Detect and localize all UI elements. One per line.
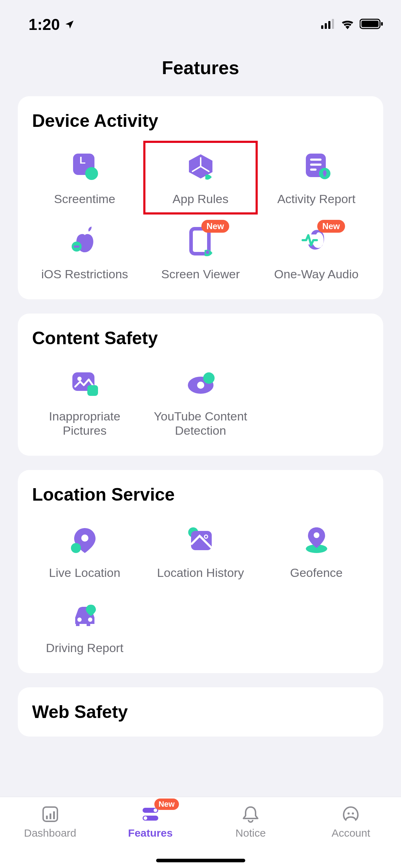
feature-location-history[interactable]: Location History (144, 516, 257, 587)
feature-screentime[interactable]: L Screentime (29, 142, 141, 213)
svg-rect-2 (328, 21, 330, 29)
inappropriate-pictures-icon (67, 366, 103, 402)
svg-rect-6 (381, 22, 383, 26)
wifi-icon (340, 19, 355, 31)
feature-label: Inappropriate Pictures (35, 409, 135, 438)
svg-point-27 (71, 543, 81, 553)
new-badge: New (317, 220, 345, 233)
svg-point-45 (352, 812, 354, 815)
dashboard-icon (40, 804, 60, 824)
page-title: Features (0, 57, 401, 78)
tab-account[interactable]: Account (315, 804, 386, 839)
feature-label: Screen Viewer (161, 267, 240, 281)
feature-label: Activity Report (277, 192, 355, 206)
notice-icon (241, 804, 261, 824)
svg-point-35 (88, 618, 92, 622)
section-title-web-safety: Web Safety (32, 702, 372, 722)
account-icon (341, 804, 361, 824)
feature-activity-report[interactable]: Activity Report (260, 142, 372, 213)
status-time-wrap: 1:20 (29, 16, 75, 33)
svg-rect-5 (361, 21, 379, 27)
new-badge: New (154, 799, 179, 810)
feature-label: App Rules (173, 192, 228, 206)
location-service-grid: Live Location Location History Geofence … (29, 516, 372, 662)
section-location-service: Location Service Live Location Location … (18, 470, 383, 673)
svg-rect-17 (74, 246, 79, 248)
feature-one-way-audio[interactable]: New One-Way Audio (260, 217, 372, 289)
section-title-location-service: Location Service (32, 484, 372, 505)
tab-dashboard[interactable]: Dashboard (15, 804, 86, 839)
battery-icon (360, 18, 383, 31)
new-badge: New (201, 220, 229, 233)
tab-label: Dashboard (24, 827, 76, 839)
svg-point-25 (203, 372, 215, 384)
feature-driving-report[interactable]: Driving Report (29, 591, 141, 662)
feature-label: Driving Report (46, 641, 123, 655)
screentime-icon: L (67, 149, 103, 185)
location-history-icon (183, 523, 219, 558)
status-bar: 1:20 (0, 0, 401, 36)
feature-label: YouTube Content Detection (151, 409, 251, 438)
activity-report-icon (299, 149, 334, 185)
svg-point-31 (205, 536, 207, 538)
svg-rect-37 (46, 816, 48, 819)
screen-viewer-icon: New (183, 224, 219, 260)
section-web-safety: Web Safety (18, 687, 383, 737)
tabbar: Dashboard New Features Notice Account (0, 797, 401, 868)
feature-geofence[interactable]: Geofence (260, 516, 372, 587)
youtube-detection-icon (183, 366, 219, 402)
tab-notice[interactable]: Notice (215, 804, 286, 839)
svg-rect-0 (321, 25, 323, 29)
one-way-audio-icon: New (299, 224, 334, 260)
feature-label: Screentime (54, 192, 115, 206)
feature-label: Geofence (290, 565, 343, 580)
svg-point-26 (81, 534, 88, 542)
feature-label: Live Location (49, 565, 120, 580)
svg-point-34 (77, 618, 82, 622)
svg-text:L: L (79, 155, 86, 166)
location-arrow-icon (64, 16, 75, 33)
svg-rect-3 (332, 19, 334, 29)
svg-rect-12 (310, 159, 322, 161)
feature-label: One-Way Audio (274, 267, 359, 281)
svg-point-43 (144, 816, 147, 820)
ios-restrictions-icon (67, 224, 103, 260)
svg-point-44 (348, 812, 350, 815)
geofence-icon (299, 523, 334, 558)
section-title-content-safety: Content Safety (32, 328, 372, 348)
svg-rect-14 (310, 169, 317, 171)
tab-label: Account (331, 827, 370, 839)
tab-features[interactable]: New Features (115, 804, 186, 839)
feature-app-rules[interactable]: App Rules (144, 142, 257, 213)
driving-report-icon (67, 598, 103, 634)
svg-point-33 (314, 532, 319, 538)
feature-live-location[interactable]: Live Location (29, 516, 141, 587)
svg-rect-39 (53, 811, 55, 819)
feature-ios-restrictions[interactable]: iOS Restrictions (29, 217, 141, 289)
home-indicator[interactable] (156, 859, 245, 862)
feature-label: Location History (157, 565, 244, 580)
svg-point-19 (206, 250, 209, 254)
feature-youtube-detection[interactable]: YouTube Content Detection (144, 359, 257, 445)
app-rules-icon (183, 149, 219, 185)
feature-inappropriate-pictures[interactable]: Inappropriate Pictures (29, 359, 141, 445)
status-right (321, 18, 383, 31)
svg-rect-1 (325, 23, 327, 29)
svg-point-41 (154, 808, 157, 812)
content-safety-grid: Inappropriate Pictures YouTube Content D… (29, 359, 372, 445)
svg-point-9 (85, 167, 98, 180)
section-content-safety: Content Safety Inappropriate Pictures Yo… (18, 314, 383, 456)
svg-rect-13 (310, 164, 322, 166)
svg-point-24 (197, 382, 204, 389)
live-location-icon (67, 523, 103, 558)
cellular-signal-icon (321, 19, 335, 30)
feature-screen-viewer[interactable]: New Screen Viewer (144, 217, 257, 289)
svg-rect-38 (50, 813, 51, 819)
tab-label: Features (128, 827, 173, 839)
section-title-device-activity: Device Activity (32, 110, 372, 131)
svg-point-21 (77, 377, 82, 381)
section-device-activity: Device Activity L Screentime App Rules A… (18, 96, 383, 299)
feature-label: iOS Restrictions (41, 267, 128, 281)
status-time: 1:20 (29, 16, 60, 33)
device-activity-grid: L Screentime App Rules Activity Report i… (29, 142, 372, 289)
